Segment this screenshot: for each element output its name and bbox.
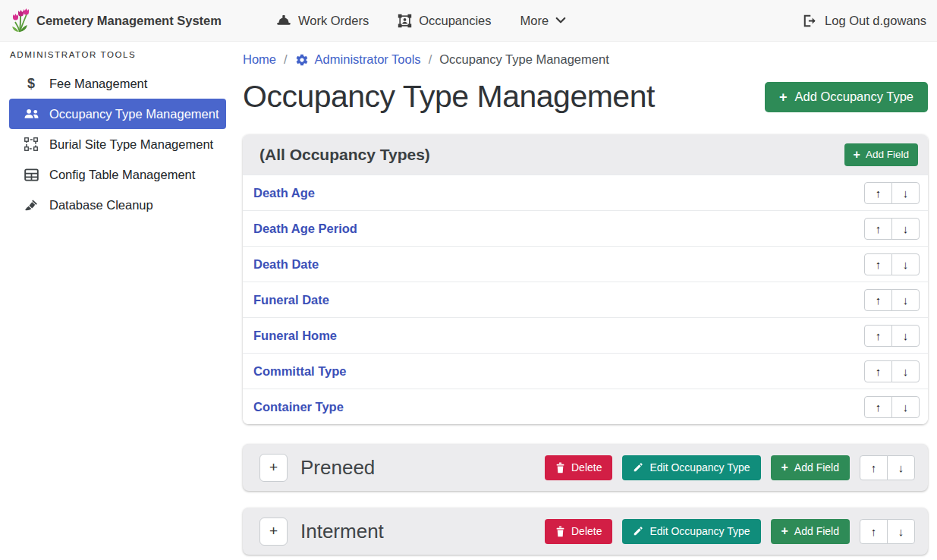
chevron-down-icon xyxy=(555,17,566,24)
move-down-button[interactable]: ↓ xyxy=(887,519,915,544)
sidebar-item-config-table-management[interactable]: Config Table Management xyxy=(9,159,226,190)
table-icon xyxy=(21,168,41,181)
delete-label: Delete xyxy=(571,461,602,473)
tulip-logo-icon xyxy=(11,8,30,33)
move-down-button[interactable]: ↓ xyxy=(891,182,920,204)
sidebar-item-fee-management[interactable]: $ Fee Management xyxy=(9,68,226,99)
nav-item-occupancies[interactable]: Occupancies xyxy=(398,14,491,28)
section-interment: + Interment Delete xyxy=(243,508,928,555)
expand-button[interactable]: + xyxy=(259,518,288,546)
move-down-button[interactable]: ↓ xyxy=(891,360,920,382)
object-group-icon xyxy=(21,137,41,151)
field-row: Container Type ↑ ↓ xyxy=(243,389,928,424)
reorder-buttons: ↑ ↓ xyxy=(864,360,920,382)
sidebar-item-label: Config Table Management xyxy=(49,168,195,182)
users-icon xyxy=(21,109,41,119)
reorder-buttons: ↑ ↓ xyxy=(864,218,920,240)
add-field-button[interactable]: + Add Field xyxy=(844,143,918,166)
sidebar-item-label: Fee Management xyxy=(49,77,147,91)
move-up-button[interactable]: ↑ xyxy=(864,396,892,418)
nav-item-label: More xyxy=(520,14,549,28)
section-buttons: Delete Edit Occupancy Type + Add Field xyxy=(545,455,915,480)
top-navbar: Cemetery Management System Work Orders xyxy=(0,0,937,42)
add-field-label: Add Field xyxy=(794,461,839,473)
field-link-death-age[interactable]: Death Age xyxy=(253,186,315,200)
page-title: Occupancy Type Management xyxy=(243,79,655,115)
field-row: Funeral Date ↑ ↓ xyxy=(243,282,928,317)
field-link-funeral-home[interactable]: Funeral Home xyxy=(253,329,337,343)
move-up-button[interactable]: ↑ xyxy=(864,253,892,275)
add-occupancy-type-button[interactable]: + Add Occupancy Type xyxy=(765,82,928,112)
delete-button[interactable]: Delete xyxy=(545,455,612,480)
move-up-button[interactable]: ↑ xyxy=(864,218,892,240)
reorder-buttons: ↑ ↓ xyxy=(864,289,920,311)
section-title: Preneed xyxy=(300,456,545,480)
sidebar-item-database-cleanup[interactable]: Database Cleanup xyxy=(9,190,226,220)
nav-item-label: Occupancies xyxy=(419,14,491,28)
breadcrumb-separator: / xyxy=(284,52,288,67)
delete-button[interactable]: Delete xyxy=(545,519,612,544)
edit-occupancy-type-button[interactable]: Edit Occupancy Type xyxy=(622,519,760,544)
move-up-button[interactable]: ↑ xyxy=(864,360,892,382)
move-down-button[interactable]: ↓ xyxy=(887,455,915,480)
breadcrumb: Home / Administrator Tools / Occupancy T… xyxy=(243,52,928,67)
move-down-button[interactable]: ↓ xyxy=(891,218,920,240)
pencil-icon xyxy=(633,462,643,473)
pencil-icon xyxy=(633,526,643,536)
expand-button[interactable]: + xyxy=(259,454,288,482)
field-row: Committal Type ↑ ↓ xyxy=(243,353,928,389)
move-down-button[interactable]: ↓ xyxy=(891,396,920,418)
occupancy-frame-icon xyxy=(398,14,412,28)
field-link-container-type[interactable]: Container Type xyxy=(253,400,344,414)
sidebar-item-label: Occupancy Type Management xyxy=(49,107,219,121)
sidebar-item-occupancy-type-management[interactable]: Occupancy Type Management xyxy=(9,99,226,129)
field-link-death-age-period[interactable]: Death Age Period xyxy=(253,222,357,236)
breadcrumb-current: Occupancy Type Management xyxy=(439,52,609,67)
move-down-button[interactable]: ↓ xyxy=(891,253,920,275)
field-row: Death Age ↑ ↓ xyxy=(243,175,928,210)
breadcrumb-separator: / xyxy=(429,52,432,67)
breadcrumb-admin-tools-link[interactable]: Administrator Tools xyxy=(295,52,421,67)
reorder-buttons: ↑ ↓ xyxy=(864,253,920,275)
move-up-button[interactable]: ↑ xyxy=(864,289,892,311)
logout-icon xyxy=(803,14,817,27)
plus-icon: + xyxy=(779,90,788,104)
edit-occupancy-type-button[interactable]: Edit Occupancy Type xyxy=(622,455,760,480)
trash-icon xyxy=(555,526,565,537)
logout-label: Log Out d.gowans xyxy=(825,14,926,28)
brand-title: Cemetery Management System xyxy=(36,14,222,28)
nav-item-label: Work Orders xyxy=(298,14,369,28)
field-link-death-date[interactable]: Death Date xyxy=(253,257,319,272)
hard-hat-icon xyxy=(276,14,291,27)
move-down-button[interactable]: ↓ xyxy=(891,325,920,347)
move-up-button[interactable]: ↑ xyxy=(864,325,892,347)
add-field-label: Add Field xyxy=(794,525,839,537)
add-field-label: Add Field xyxy=(866,149,909,160)
sidebar-heading: ADMINISTRATOR TOOLS xyxy=(10,50,226,59)
nav-item-work-orders[interactable]: Work Orders xyxy=(276,14,369,28)
reorder-buttons: ↑ ↓ xyxy=(864,325,920,347)
move-down-button[interactable]: ↓ xyxy=(891,289,920,311)
nav-item-more[interactable]: More xyxy=(520,14,567,28)
brand[interactable]: Cemetery Management System xyxy=(11,8,222,33)
move-up-button[interactable]: ↑ xyxy=(860,519,888,544)
broom-icon xyxy=(21,199,41,212)
field-row: Death Date ↑ ↓ xyxy=(243,246,928,282)
add-field-button[interactable]: + Add Field xyxy=(771,519,851,544)
move-up-button[interactable]: ↑ xyxy=(864,182,892,204)
add-field-button[interactable]: + Add Field xyxy=(771,455,851,480)
field-link-committal-type[interactable]: Committal Type xyxy=(253,364,347,379)
sidebar-item-burial-site-type-management[interactable]: Burial Site Type Management xyxy=(9,129,226,159)
section-title: Interment xyxy=(300,520,545,543)
move-up-button[interactable]: ↑ xyxy=(860,455,888,480)
logout-button[interactable]: Log Out d.gowans xyxy=(803,14,926,28)
breadcrumb-home-link[interactable]: Home xyxy=(243,52,276,67)
main-content: Home / Administrator Tools / Occupancy T… xyxy=(235,42,937,560)
reorder-buttons: ↑ ↓ xyxy=(864,396,920,418)
field-link-funeral-date[interactable]: Funeral Date xyxy=(253,293,329,307)
nav-links: Work Orders Occupancies More xyxy=(247,14,566,28)
reorder-buttons: ↑ ↓ xyxy=(860,455,915,480)
sidebar: ADMINISTRATOR TOOLS $ Fee Management Occ… xyxy=(0,42,235,560)
delete-label: Delete xyxy=(571,525,602,537)
add-occupancy-type-label: Add Occupancy Type xyxy=(794,90,913,104)
